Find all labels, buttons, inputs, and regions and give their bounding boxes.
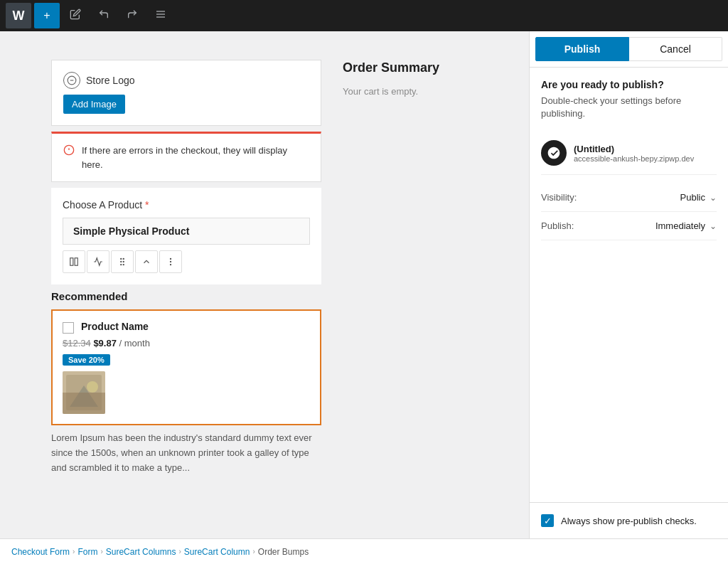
main-area: Store Logo Add Image If there are errors… bbox=[0, 31, 728, 538]
product-toolbar bbox=[63, 250, 310, 273]
breadcrumb: Checkout Form › Form › SureCart Columns … bbox=[0, 538, 728, 564]
price-period: / month bbox=[119, 338, 150, 348]
chevron-down-icon-2: ⌄ bbox=[710, 221, 717, 231]
add-block-button[interactable]: + bbox=[34, 3, 60, 28]
recommended-card: Product Name $12.34 $9.87 / month Save 2… bbox=[51, 309, 321, 425]
card-checkbox[interactable] bbox=[63, 322, 74, 334]
error-text: If there are errors in the checkout, the… bbox=[82, 144, 309, 171]
add-image-button[interactable]: Add Image bbox=[63, 95, 125, 114]
hamburger-icon bbox=[155, 9, 166, 23]
order-summary-title: Order Summary bbox=[343, 60, 485, 76]
store-logo-block: Store Logo Add Image bbox=[51, 60, 321, 126]
breadcrumb-sep-3: › bbox=[178, 548, 181, 555]
cancel-button[interactable]: Cancel bbox=[629, 37, 722, 61]
publish-time-right: Immediately ⌄ bbox=[655, 220, 717, 231]
publish-time-label: Publish: bbox=[541, 220, 574, 231]
redo-icon bbox=[127, 9, 138, 23]
visibility-row[interactable]: Visibility: Public ⌄ bbox=[541, 183, 717, 212]
svg-point-13 bbox=[123, 261, 124, 262]
recommended-label: Recommended bbox=[51, 290, 321, 302]
product-drag-button[interactable] bbox=[111, 250, 134, 273]
order-summary-column: Order Summary Your cart is empty. bbox=[336, 60, 492, 475]
prepublish-checkbox[interactable]: ✓ bbox=[541, 514, 554, 527]
publish-time-row[interactable]: Publish: Immediately ⌄ bbox=[541, 212, 717, 240]
visibility-label: Visibility: bbox=[541, 192, 577, 203]
breadcrumb-surecart-columns[interactable]: SureCart Columns bbox=[106, 547, 176, 557]
card-image bbox=[63, 371, 105, 414]
store-logo-icon bbox=[63, 72, 80, 89]
breadcrumb-order-bumps: Order Bumps bbox=[258, 547, 309, 557]
edit-button[interactable] bbox=[63, 3, 88, 28]
publish-actions: Publish Cancel bbox=[530, 31, 728, 68]
product-selected: Simple Physical Product bbox=[63, 218, 310, 245]
publish-time-value: Immediately bbox=[655, 220, 705, 231]
site-url: accessible-ankush-bepy.zipwp.dev bbox=[574, 154, 694, 163]
breadcrumb-surecart-column[interactable]: SureCart Column bbox=[184, 547, 250, 557]
product-more-button[interactable] bbox=[159, 250, 182, 273]
redo-button[interactable] bbox=[119, 3, 145, 28]
svg-rect-9 bbox=[75, 258, 77, 266]
required-star: * bbox=[145, 199, 149, 211]
visibility-value: Public bbox=[680, 192, 705, 203]
breadcrumb-checkout-form[interactable]: Checkout Form bbox=[11, 547, 70, 557]
card-price: $12.34 $9.87 / month bbox=[63, 338, 310, 348]
svg-point-10 bbox=[121, 258, 122, 259]
panel-ready-title: Are you ready to publish? bbox=[541, 79, 717, 90]
save-badge: Save 20% bbox=[63, 354, 110, 366]
panel-spacer bbox=[530, 252, 728, 502]
choose-product-block: Choose A Product * Simple Physical Produ… bbox=[51, 188, 321, 284]
panel-section: Are you ready to publish? Double-check y… bbox=[530, 68, 728, 252]
breadcrumb-sep-2: › bbox=[100, 548, 102, 555]
svg-rect-23 bbox=[63, 393, 105, 414]
order-summary-empty: Your cart is empty. bbox=[343, 86, 485, 97]
product-reorder-button[interactable] bbox=[135, 250, 158, 273]
prepublish-label: Always show pre-publish checks. bbox=[561, 516, 697, 526]
store-logo-label: Store Logo bbox=[86, 75, 135, 86]
undo-button[interactable] bbox=[91, 3, 117, 28]
breadcrumb-sep-4: › bbox=[252, 548, 255, 555]
lorem-text: Lorem Ipsum has been the industry's stan… bbox=[51, 431, 321, 475]
svg-point-16 bbox=[170, 258, 171, 259]
wp-logo: W bbox=[6, 3, 31, 28]
svg-point-15 bbox=[123, 265, 124, 265]
publish-panel: Publish Cancel Are you ready to publish?… bbox=[529, 31, 728, 538]
svg-point-22 bbox=[87, 381, 98, 393]
left-column: Store Logo Add Image If there are errors… bbox=[37, 60, 336, 475]
plus-icon: + bbox=[43, 9, 50, 22]
svg-point-12 bbox=[121, 261, 122, 262]
undo-icon bbox=[98, 9, 109, 23]
choose-product-label: Choose A Product * bbox=[63, 199, 310, 211]
pencil-icon bbox=[70, 9, 81, 23]
svg-point-11 bbox=[123, 258, 124, 259]
error-block: If there are errors in the checkout, the… bbox=[51, 132, 321, 182]
chevron-down-icon: ⌄ bbox=[710, 193, 717, 203]
breadcrumb-form[interactable]: Form bbox=[77, 547, 97, 557]
price-current: $9.87 bbox=[93, 338, 117, 348]
editor-content: Store Logo Add Image If there are errors… bbox=[37, 60, 492, 475]
site-name: (Untitled) bbox=[574, 144, 694, 154]
svg-point-14 bbox=[121, 265, 122, 265]
breadcrumb-sep-1: › bbox=[73, 548, 75, 555]
recommended-section: Recommended Product Name $12.34 $9.87 / … bbox=[51, 290, 321, 475]
product-chart-button[interactable] bbox=[87, 250, 109, 273]
svg-rect-8 bbox=[70, 258, 73, 266]
toolbar: W + bbox=[0, 0, 728, 31]
svg-point-17 bbox=[170, 261, 171, 262]
svg-point-18 bbox=[170, 265, 171, 265]
site-wp-logo-icon bbox=[541, 140, 567, 166]
menu-button[interactable] bbox=[148, 3, 173, 28]
card-header: Product Name bbox=[63, 321, 310, 334]
store-logo-inner: Store Logo bbox=[63, 72, 309, 89]
price-original: $12.34 bbox=[63, 338, 91, 348]
editor-area: Store Logo Add Image If there are errors… bbox=[0, 31, 529, 538]
site-info: (Untitled) accessible-ankush-bepy.zipwp.… bbox=[541, 132, 717, 175]
product-layout-button[interactable] bbox=[63, 250, 85, 273]
visibility-right: Public ⌄ bbox=[680, 192, 717, 203]
card-product-name: Product Name bbox=[81, 321, 149, 332]
error-icon bbox=[63, 144, 75, 159]
publish-button[interactable]: Publish bbox=[535, 37, 629, 61]
panel-ready-subtitle: Double-check your settings before publis… bbox=[541, 95, 717, 120]
prepublish-row: ✓ Always show pre-publish checks. bbox=[530, 502, 728, 538]
site-details: (Untitled) accessible-ankush-bepy.zipwp.… bbox=[574, 144, 694, 163]
